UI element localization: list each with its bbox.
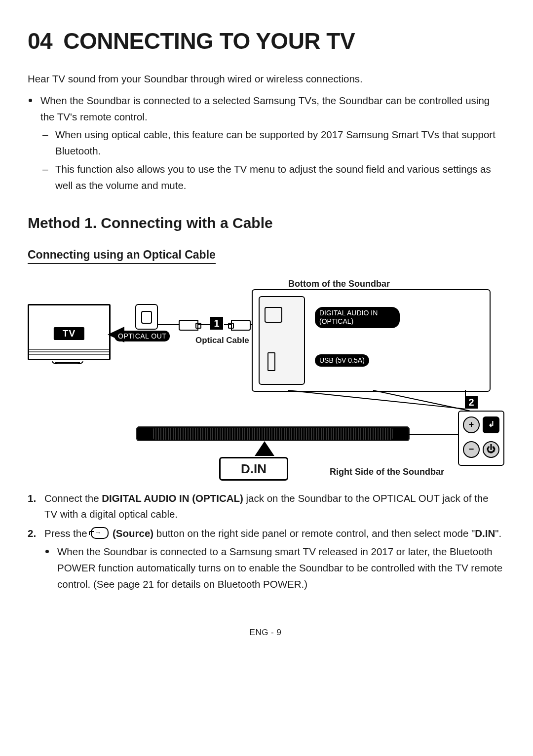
usb-port-icon	[267, 352, 275, 371]
power-button-icon: ⏻	[483, 441, 499, 458]
lead-line	[409, 434, 458, 435]
volume-up-icon: +	[463, 416, 480, 433]
step-item: Press the (Source) button on the right s…	[28, 526, 503, 592]
connector-line	[157, 324, 179, 325]
dai-line2: (OPTICAL)	[319, 317, 353, 325]
optical-port-icon	[265, 307, 282, 323]
soundbar-side-buttons: + − ↲ ⏻	[458, 411, 504, 466]
step2-post: ".	[495, 528, 501, 539]
tv-label: TV	[54, 327, 84, 340]
usb-label: USB (5V 0.5A)	[315, 354, 369, 367]
intro-bullets: When the Soundbar is connected to a sele…	[28, 93, 503, 194]
source-inline-icon	[91, 527, 109, 539]
connection-diagram: TV OPTICAL OUT 1 Optical Cable DIGITAL A…	[28, 292, 502, 480]
step1-bold: DIGITAL AUDIO IN (OPTICAL)	[102, 492, 243, 504]
instruction-steps: Connect the DIGITAL AUDIO IN (OPTICAL) j…	[28, 491, 503, 593]
step2-bold: (Source)	[110, 528, 153, 539]
step2-sublist: When the Soundbar is connected to a Sams…	[44, 544, 503, 592]
section-heading: CONNECTING TO YOUR TV	[63, 28, 355, 54]
connector-line	[197, 324, 210, 325]
dash-item: When using optical cable, this feature c…	[40, 127, 503, 159]
right-side-caption: Right Side of the Soundbar	[330, 467, 444, 477]
sub-heading: Connecting using an Optical Cable	[28, 248, 216, 264]
pointer-up-icon	[255, 441, 274, 456]
section-number: 04	[28, 28, 52, 54]
step2-din: D.IN	[475, 528, 495, 539]
page-title: 04CONNECTING TO YOUR TV	[28, 28, 503, 54]
page-footer: ENG - 9	[28, 628, 503, 638]
bullet-item: When the Soundbar is connected to a sele…	[28, 93, 503, 194]
lead-line	[288, 390, 465, 410]
digital-audio-in-label: DIGITAL AUDIO IN (OPTICAL)	[315, 307, 400, 328]
volume-down-icon: −	[463, 441, 480, 458]
optical-cable-label: Optical Cable	[195, 336, 249, 345]
diagram-container: Bottom of the Soundbar TV OPTICAL OUT 1 …	[28, 279, 503, 480]
method-heading: Method 1. Connecting with a Cable	[28, 215, 503, 231]
callout-2: 2	[465, 396, 478, 409]
tv-stand-icon	[55, 357, 80, 364]
dai-line1: DIGITAL AUDIO IN	[319, 309, 378, 317]
optical-out-port-icon	[135, 304, 158, 330]
cable-plug-icon	[179, 320, 198, 331]
tv-icon: TV	[28, 304, 111, 360]
step2-mid: button on the right side panel or remote…	[153, 528, 475, 539]
step1-pre: Connect the	[44, 492, 102, 504]
bullet-item: When the Soundbar is connected to a Sams…	[44, 544, 503, 592]
din-display: D.IN	[219, 457, 288, 481]
intro-text: Hear TV sound from your Soundbar through…	[28, 71, 503, 87]
dash-item: This function also allows you to use the…	[40, 161, 503, 194]
callout-1: 1	[210, 317, 223, 330]
optical-out-label: OPTICAL OUT	[114, 331, 170, 341]
diagram-top-caption: Bottom of the Soundbar	[28, 279, 503, 289]
cable-plug-icon	[231, 320, 251, 331]
step2-pre: Press the	[44, 528, 90, 539]
dash-list: When using optical cable, this feature c…	[40, 127, 503, 193]
step-item: Connect the DIGITAL AUDIO IN (OPTICAL) j…	[28, 491, 503, 523]
soundbar-icon	[136, 426, 410, 441]
bullet-text: When the Soundbar is connected to a sele…	[40, 95, 490, 122]
source-button-icon: ↲	[483, 416, 499, 433]
